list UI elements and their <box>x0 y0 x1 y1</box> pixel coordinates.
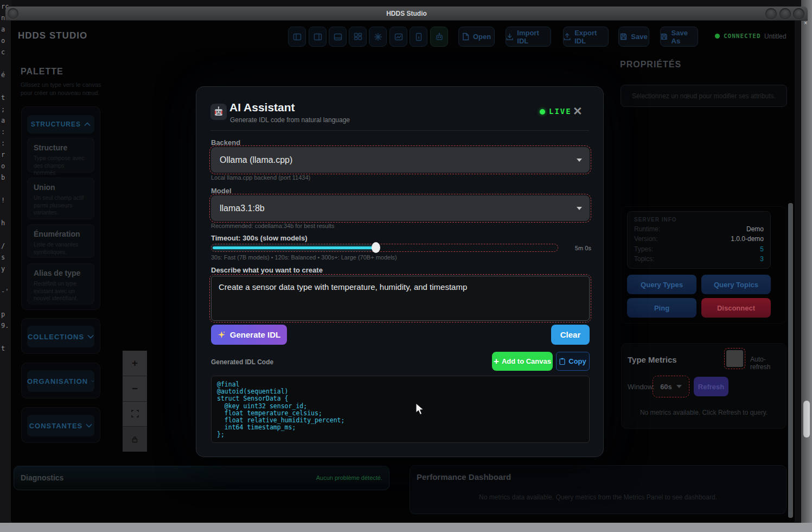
describe-label: Describe what you want to create <box>211 266 323 274</box>
add-to-canvas-button[interactable]: + Add to Canvas <box>492 352 553 371</box>
chevron-up-icon <box>84 122 91 126</box>
fit-view-button[interactable] <box>123 402 147 427</box>
timeout-help: 30s: Fast (7B models) • 120s: Balanced •… <box>211 254 397 261</box>
collections-group-label: COLLECTIONS <box>28 333 84 341</box>
close-icon[interactable]: ✕ <box>573 105 583 118</box>
save-as-button[interactable]: Save As <box>660 27 698 47</box>
download-icon <box>506 33 513 41</box>
palette-group-header-organisation[interactable]: ORGANISATION <box>27 370 94 392</box>
model-select[interactable]: llama3.1:8b <box>211 195 590 221</box>
disconnect-button[interactable]: Disconnect <box>701 298 771 318</box>
export-idl-button[interactable]: Export IDL <box>563 27 609 47</box>
backend-label: Backend <box>211 138 240 147</box>
timeout-slider-thumb[interactable] <box>372 242 380 253</box>
open-button-label: Open <box>473 33 491 41</box>
auto-refresh-checkbox[interactable] <box>726 350 743 367</box>
layout-grid-button[interactable] <box>349 27 367 47</box>
refresh-button[interactable]: Refresh <box>694 377 728 396</box>
save-button[interactable]: Save <box>618 27 649 47</box>
titlebar[interactable]: HDDS Studio <box>5 7 808 21</box>
save-button-label: Save <box>631 33 647 41</box>
generated-idl-label: Generated IDL Code <box>211 358 273 366</box>
palette-item-title: Structure <box>34 143 88 152</box>
live-status-dot <box>540 109 545 115</box>
panel-left-icon <box>293 33 302 41</box>
info-panel-button[interactable] <box>410 27 427 47</box>
query-types-button[interactable]: Query Types <box>627 275 696 294</box>
ping-button[interactable]: Ping <box>627 298 696 318</box>
panel-scrollbar-thumb[interactable] <box>788 203 793 518</box>
palette-item-structure[interactable]: Structure Type composé avec des champs n… <box>27 138 94 173</box>
layout-grid-icon <box>354 33 362 41</box>
palette-group-header-structures[interactable]: STRUCTURES <box>27 115 94 134</box>
background-scrollbar-thumb[interactable] <box>803 401 810 438</box>
panel-bottom-icon <box>334 33 342 41</box>
window-select[interactable]: 60s <box>654 377 688 396</box>
chevron-down-icon <box>676 385 682 388</box>
plus-icon: + <box>494 356 499 367</box>
palette-item-union[interactable]: Union Un seul champ actif parmi plusieur… <box>27 178 94 219</box>
background-window-edge: × <box>801 0 812 523</box>
palette-group-header-collections[interactable]: COLLECTIONS <box>27 326 94 347</box>
toggle-left-panel-button[interactable] <box>288 27 306 47</box>
palette-item-desc: Redéfinit un type existant avec un nouve… <box>34 280 88 302</box>
palette-item-alias[interactable]: Alias de type Redéfinit un type existant… <box>27 263 94 305</box>
copy-button[interactable]: Copy <box>556 352 590 371</box>
palette-group-header-constantes[interactable]: CONSTANTES <box>27 415 94 436</box>
modal-divider <box>210 130 589 131</box>
server-info-row: Topics:3 <box>634 255 764 263</box>
timeout-slider[interactable] <box>211 244 558 252</box>
lock-canvas-button[interactable] <box>123 427 147 452</box>
auto-refresh-label: Auto-refresh <box>750 356 786 371</box>
metrics-chart-button[interactable] <box>389 27 407 47</box>
palette-title: PALETTE <box>21 67 63 77</box>
toggle-right-panel-button[interactable] <box>309 27 327 47</box>
query-topics-button[interactable]: Query Topics <box>701 275 771 294</box>
zoom-out-button[interactable]: − <box>123 376 147 402</box>
palette-group-structures: STRUCTURES Structure Type composé avec d… <box>21 106 100 310</box>
describe-input[interactable]: Create a sensor data type with temperatu… <box>211 276 590 321</box>
connection-status-dot <box>715 34 720 39</box>
palette-item-enumeration[interactable]: Énumération Liste de variantes symboliqu… <box>27 224 94 258</box>
zoom-in-button[interactable]: + <box>123 351 147 376</box>
structures-group-label: STRUCTURES <box>31 121 81 128</box>
ai-assistant-button[interactable] <box>430 27 448 47</box>
open-button[interactable]: Open <box>458 27 495 47</box>
add-to-canvas-label: Add to Canvas <box>502 357 551 365</box>
backend-select[interactable]: Ollama (llama.cpp) <box>211 147 590 173</box>
chevron-down-icon <box>86 423 92 428</box>
desktop-bottom-bar <box>0 523 812 532</box>
properties-title: PROPRIÉTÉS <box>620 60 681 69</box>
generate-idl-label: Generate IDL <box>230 330 280 339</box>
palette-item-title: Énumération <box>34 230 88 238</box>
palette-item-title: Union <box>34 183 88 192</box>
live-status-badge: LIVE <box>549 107 572 116</box>
canvas-zoom-controls: + − <box>123 351 147 452</box>
type-metrics-title: Type Metrics <box>628 355 677 364</box>
modal-subtitle: Generate IDL code from natural language <box>230 116 350 124</box>
window-minimize-button[interactable] <box>765 8 777 20</box>
save-as-button-label: Save As <box>672 29 698 45</box>
import-idl-button[interactable]: Import IDL <box>506 27 551 47</box>
chart-icon <box>394 33 403 41</box>
constantes-group-label: CONSTANTES <box>29 422 83 430</box>
toggle-bottom-panel-button[interactable] <box>329 27 347 47</box>
window-maximize-button[interactable] <box>779 8 791 20</box>
auto-layout-button[interactable] <box>369 27 387 47</box>
type-metrics-empty-state: No metrics available. Click Refresh to q… <box>622 409 786 416</box>
refresh-label: Refresh <box>698 383 724 391</box>
connection-panel: SERVER INFO Runtime:Demo Version:1.0.0-d… <box>621 206 787 324</box>
timeout-label: Timeout: 300s (slow models) <box>211 234 307 242</box>
generated-idl-code-block[interactable]: @final @autoid(sequential) struct Sensor… <box>211 376 590 443</box>
model-select-value: llama3.1:8b <box>220 204 265 213</box>
model-label: Model <box>211 187 232 195</box>
window-menu-button[interactable] <box>8 8 18 19</box>
window-close-button[interactable] <box>793 8 804 20</box>
palette-item-desc: Un seul champ actif parmi plusieurs vari… <box>34 194 88 217</box>
row-value: Demo <box>746 225 764 233</box>
clear-button[interactable]: Clear <box>551 325 590 345</box>
palette-hint: Glissez un type vers le canvas pour crée… <box>21 81 103 97</box>
generate-idl-button[interactable]: Generate IDL <box>211 325 287 345</box>
window-title: HDDS Studio <box>386 10 427 17</box>
current-file-name: Untitled <box>764 33 787 40</box>
